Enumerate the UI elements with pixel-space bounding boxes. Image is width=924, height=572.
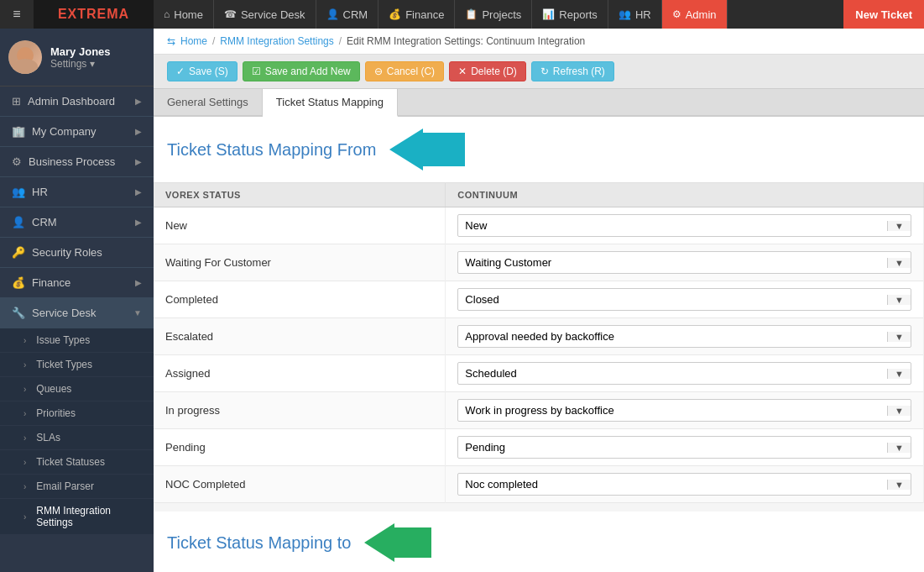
expand-icon: ▼ (133, 308, 142, 317)
save-button[interactable]: ✓ Save (S) (167, 61, 238, 81)
nav-finance-label: Finance (405, 8, 444, 21)
hamburger-menu[interactable]: ≡ (0, 0, 34, 29)
mapping-select[interactable]: Closed (458, 289, 887, 310)
sub-item-ticket-types-label: Ticket Types (36, 359, 92, 370)
expand-icon: ▶ (135, 157, 142, 166)
continuum-mapping-cell: Waiting Customer ▼ (446, 244, 924, 281)
sidebar-item-business-process[interactable]: ⚙ Business Process ▶ (0, 147, 154, 177)
sub-item-rmm[interactable]: › RMM Integration Settings (0, 499, 154, 535)
table-row: Escalated Approval needed by backoffice … (154, 318, 924, 355)
mapping-select[interactable]: Waiting Customer (458, 252, 887, 273)
sidebar-item-service-desk-label: Service Desk (32, 307, 97, 319)
vorex-status-cell: New (154, 207, 446, 244)
sub-item-ticket-statuses-label: Ticket Statuses (36, 456, 105, 468)
app-logo: EXTREMA (34, 0, 154, 29)
service-desk-side-icon: 🔧 (12, 307, 25, 319)
table-row: In progress Work in progress by backoffi… (154, 392, 924, 429)
sidebar-item-admin-dashboard[interactable]: ⊞ Admin Dashboard ▶ (0, 87, 154, 117)
cancel-button[interactable]: ⊖ Cancel (C) (365, 61, 444, 81)
vorex-status-cell: In progress (154, 392, 446, 429)
crm-icon: 👤 (326, 8, 339, 20)
business-process-icon: ⚙ (12, 155, 22, 168)
sub-chevron-icon: › (23, 433, 26, 443)
table-row: Completed Closed ▼ (154, 281, 924, 318)
dropdown-arrow-icon[interactable]: ▼ (887, 295, 911, 305)
save-add-button[interactable]: ☑ Save and Add New (243, 61, 360, 81)
sidebar-item-hr-label: HR (32, 186, 48, 198)
sub-chevron-icon: › (23, 360, 26, 370)
expand-icon: ▶ (135, 218, 142, 227)
nav-projects[interactable]: 📋 Projects (455, 0, 532, 29)
nav-crm[interactable]: 👤 CRM (316, 0, 379, 29)
sidebar-item-my-company[interactable]: 🏢 My Company ▶ (0, 117, 154, 147)
content-area: ⇆ Home / RMM Integration Settings / Edit… (154, 29, 924, 572)
sub-item-issue-types-label: Issue Types (36, 334, 90, 346)
sidebar-item-security-roles-label: Security Roles (32, 246, 102, 259)
tab-ticket-status-mapping[interactable]: Ticket Status Mapping (263, 89, 398, 117)
table-row: Pending Pending ▼ (154, 429, 924, 466)
security-icon: 🔑 (12, 246, 25, 259)
table-row: Assigned Scheduled ▼ (154, 355, 924, 392)
mapping-select[interactable]: New (458, 215, 887, 236)
mapping-select[interactable]: Noc completed (458, 474, 887, 495)
breadcrumb-home[interactable]: Home (180, 35, 207, 47)
breadcrumb-rmm[interactable]: RMM Integration Settings (220, 35, 333, 47)
table-row: New New ▼ (154, 207, 924, 244)
nav-home[interactable]: ⌂ Home (154, 0, 214, 29)
dropdown-arrow-icon[interactable]: ▼ (887, 369, 911, 379)
refresh-button[interactable]: ↻ Refresh (R) (531, 61, 614, 81)
mapping-select[interactable]: Pending (458, 437, 887, 458)
expand-icon: ▶ (135, 127, 142, 136)
reports-icon: 📊 (542, 8, 555, 20)
vorex-status-cell: Pending (154, 429, 446, 466)
sub-item-priorities[interactable]: › Priorities (0, 401, 154, 426)
expand-icon: ▶ (135, 187, 142, 197)
nav-reports-label: Reports (559, 8, 598, 21)
sub-chevron-icon: › (23, 512, 26, 522)
sidebar-item-finance[interactable]: 💰 Finance ▶ (0, 268, 154, 298)
main-layout: Mary Jones Settings ▾ ⊞ Admin Dashboard … (0, 29, 924, 572)
nav-items: ⌂ Home ☎ Service Desk 👤 CRM 💰 Finance 📋 … (154, 0, 843, 29)
sub-item-email-parser[interactable]: › Email Parser (0, 475, 154, 499)
sub-item-slas[interactable]: › SLAs (0, 426, 154, 450)
mapping-select[interactable]: Approval needed by backoffice (458, 326, 887, 347)
new-ticket-button[interactable]: New Ticket (843, 0, 924, 29)
mapping-select-wrap: Closed ▼ (457, 288, 911, 311)
delete-label: Delete (D) (471, 66, 517, 77)
dropdown-arrow-icon[interactable]: ▼ (887, 443, 911, 453)
user-info: Mary Jones Settings ▾ (50, 45, 111, 70)
mapping-select-wrap: Noc completed ▼ (457, 473, 911, 496)
dropdown-arrow-icon[interactable]: ▼ (887, 480, 911, 490)
sidebar-item-finance-label: Finance (32, 276, 70, 289)
col-vorex-status: VOREX STATUS (154, 183, 446, 207)
nav-finance[interactable]: 💰 Finance (378, 0, 455, 29)
tab-general-settings[interactable]: General Settings (154, 89, 263, 115)
nav-service-desk[interactable]: ☎ Service Desk (214, 0, 316, 29)
sidebar-item-service-desk[interactable]: 🔧 Service Desk ▼ (0, 298, 154, 328)
sidebar-item-security-roles[interactable]: 🔑 Security Roles (0, 238, 154, 268)
dropdown-arrow-icon[interactable]: ▼ (887, 221, 911, 231)
dropdown-arrow-icon[interactable]: ▼ (887, 258, 911, 268)
sidebar-item-crm-label: CRM (32, 216, 57, 228)
sub-chevron-icon: › (23, 336, 26, 345)
nav-reports[interactable]: 📊 Reports (532, 0, 608, 29)
sub-item-issue-types[interactable]: › Issue Types (0, 328, 154, 353)
nav-admin[interactable]: ⚙ Admin (662, 0, 728, 29)
vorex-status-cell: Waiting For Customer (154, 244, 446, 281)
mapping-select[interactable]: Scheduled (458, 363, 887, 384)
sub-item-ticket-statuses[interactable]: › Ticket Statuses (0, 450, 154, 475)
sub-item-queues[interactable]: › Queues (0, 377, 154, 401)
sidebar-item-crm[interactable]: 👤 CRM ▶ (0, 207, 154, 238)
dropdown-arrow-icon[interactable]: ▼ (887, 332, 911, 342)
user-settings-link[interactable]: Settings ▾ (50, 58, 111, 70)
mapping-select-wrap: Approval needed by backoffice ▼ (457, 325, 911, 348)
nav-hr[interactable]: 👥 HR (608, 0, 662, 29)
delete-button[interactable]: ✕ Delete (D) (449, 61, 526, 81)
save-add-label: Save and Add New (265, 66, 351, 77)
sub-item-ticket-types[interactable]: › Ticket Types (0, 353, 154, 377)
mapping-select[interactable]: Work in progress by backoffice (458, 400, 887, 421)
continuum-mapping-cell: Work in progress by backoffice ▼ (446, 392, 924, 429)
sidebar-item-hr[interactable]: 👥 HR ▶ (0, 177, 154, 207)
dropdown-arrow-icon[interactable]: ▼ (887, 406, 911, 416)
sub-item-rmm-label: RMM Integration Settings (36, 505, 142, 528)
